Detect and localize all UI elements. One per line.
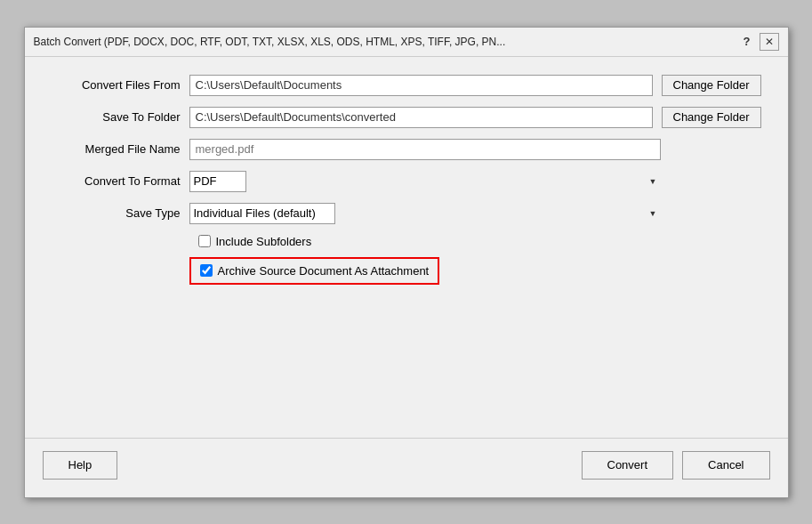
save-type-select[interactable]: Individual Files (default) Merged File bbox=[189, 203, 335, 224]
dialog-footer: Help Convert Cancel bbox=[25, 438, 788, 497]
include-subfolders-text: Include Subfolders bbox=[216, 235, 312, 248]
title-bar-right: ? ✕ bbox=[744, 33, 779, 51]
save-type-row: Save Type Individual Files (default) Mer… bbox=[52, 203, 761, 224]
convert-to-format-select[interactable]: PDF DOCX DOC RTF ODT TXT XLSX XLS ODS HT… bbox=[189, 171, 246, 192]
help-icon-button[interactable]: ? bbox=[744, 35, 751, 48]
convert-to-format-select-wrapper: PDF DOCX DOC RTF ODT TXT XLSX XLS ODS HT… bbox=[189, 171, 661, 192]
archive-source-checkbox[interactable] bbox=[200, 264, 213, 277]
save-type-select-wrapper: Individual Files (default) Merged File bbox=[189, 203, 661, 224]
convert-files-from-label: Convert Files From bbox=[52, 78, 189, 92]
convert-button[interactable]: Convert bbox=[582, 451, 674, 480]
change-folder-to-button[interactable]: Change Folder bbox=[662, 107, 761, 128]
cancel-button[interactable]: Cancel bbox=[682, 451, 769, 480]
include-subfolders-row: Include Subfolders bbox=[52, 235, 761, 248]
save-to-folder-row: Save To Folder Change Folder bbox=[52, 107, 761, 128]
footer-right: Convert Cancel bbox=[582, 451, 770, 480]
archive-source-highlight[interactable]: Archive Source Document As Attachment bbox=[189, 257, 440, 285]
title-bar-left: Batch Convert (PDF, DOCX, DOC, RTF, ODT,… bbox=[34, 36, 744, 48]
merged-file-name-input[interactable] bbox=[189, 139, 661, 160]
convert-files-from-input[interactable] bbox=[189, 75, 653, 96]
merged-file-name-row: Merged File Name bbox=[52, 139, 761, 160]
save-to-folder-label: Save To Folder bbox=[52, 110, 189, 124]
archive-source-text: Archive Source Document As Attachment bbox=[218, 264, 430, 278]
change-folder-from-button[interactable]: Change Folder bbox=[662, 75, 761, 96]
footer-left: Help bbox=[43, 451, 118, 480]
archive-source-row: Archive Source Document As Attachment bbox=[52, 257, 761, 285]
dialog-body: Convert Files From Change Folder Save To… bbox=[25, 57, 788, 438]
convert-to-format-label: Convert To Format bbox=[52, 174, 189, 188]
include-subfolders-label[interactable]: Include Subfolders bbox=[198, 235, 312, 248]
save-to-folder-input[interactable] bbox=[189, 107, 653, 128]
include-subfolders-checkbox[interactable] bbox=[198, 235, 211, 247]
convert-to-format-row: Convert To Format PDF DOCX DOC RTF ODT T… bbox=[52, 171, 761, 192]
help-button[interactable]: Help bbox=[43, 451, 118, 480]
dialog-title: Batch Convert (PDF, DOCX, DOC, RTF, ODT,… bbox=[34, 36, 506, 48]
batch-convert-dialog: Batch Convert (PDF, DOCX, DOC, RTF, ODT,… bbox=[24, 27, 789, 498]
close-button[interactable]: ✕ bbox=[760, 33, 779, 51]
merged-file-name-label: Merged File Name bbox=[52, 142, 189, 156]
title-bar: Batch Convert (PDF, DOCX, DOC, RTF, ODT,… bbox=[25, 28, 788, 57]
save-type-label: Save Type bbox=[52, 206, 189, 220]
convert-files-from-row: Convert Files From Change Folder bbox=[52, 75, 761, 96]
